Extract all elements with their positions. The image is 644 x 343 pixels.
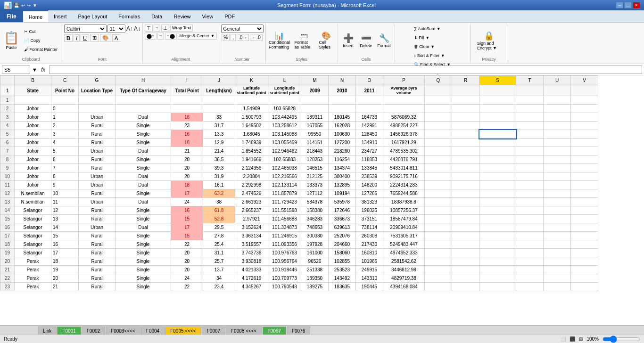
table-cell[interactable]: 61.8 — [203, 206, 235, 215]
table-cell[interactable] — [452, 105, 479, 113]
table-cell[interactable]: 1 — [51, 113, 79, 122]
table-cell[interactable]: 1456926.378 — [383, 130, 425, 139]
table-cell[interactable]: 748653 — [301, 223, 329, 232]
table-cell[interactable] — [425, 249, 452, 257]
copy-button[interactable]: 📄 Copy — [22, 36, 60, 45]
autosum-button[interactable]: ∑ AutoSum ▼ — [412, 24, 453, 33]
table-cell[interactable]: 172646 — [329, 206, 356, 215]
table-cell[interactable] — [425, 257, 452, 266]
bold-button[interactable]: B — [64, 34, 73, 42]
table-cell[interactable]: 101.093356 — [268, 240, 301, 249]
table-cell[interactable]: 217430 — [356, 240, 383, 249]
table-cell[interactable] — [479, 130, 516, 139]
table-cell[interactable]: 127112 — [301, 189, 329, 198]
tab-data[interactable]: Data — [146, 10, 168, 22]
col-header-C[interactable]: C — [51, 76, 79, 85]
sheet-tab-F0008[interactable]: F0008 <<<< — [226, 327, 262, 335]
table-cell[interactable] — [544, 249, 571, 257]
table-cell[interactable]: Urban — [79, 198, 116, 206]
table-cell[interactable]: 102.216566 — [268, 172, 301, 181]
table-cell[interactable] — [571, 147, 598, 155]
fill-button[interactable]: ⬇ Fill ▼ — [412, 33, 453, 42]
table-cell[interactable] — [452, 155, 479, 164]
table-cell[interactable]: Single — [116, 249, 171, 257]
table-cell[interactable]: Dual — [116, 147, 171, 155]
table-cell[interactable]: 20 — [171, 164, 203, 172]
sheet-tab-F0067[interactable]: F0067 — [263, 327, 286, 335]
sheet-tab-F0076[interactable]: F0076 — [287, 327, 310, 335]
table-cell[interactable] — [51, 96, 79, 105]
table-cell[interactable]: 133373 — [301, 181, 329, 189]
table-cell[interactable]: 101966 — [356, 257, 383, 266]
table-cell[interactable]: 3.152624 — [235, 223, 268, 232]
table-cell[interactable] — [425, 198, 452, 206]
view-layout-button[interactable]: ⬛ — [570, 336, 575, 342]
font-size-select[interactable]: 11 — [107, 24, 125, 33]
table-cell[interactable]: Single — [116, 215, 171, 223]
table-cell[interactable]: 23.4 — [203, 283, 235, 291]
table-cell[interactable] — [571, 257, 598, 266]
table-cell[interactable]: 116254 — [329, 155, 356, 164]
minimize-button[interactable]: ─ — [616, 2, 623, 8]
tab-home[interactable]: Home — [23, 10, 48, 22]
table-cell[interactable]: 101.857879 — [268, 189, 301, 198]
col-header-Q[interactable]: Q — [425, 76, 452, 85]
table-cell[interactable] — [516, 266, 544, 274]
col-header-G[interactable]: G — [79, 76, 116, 85]
table-cell[interactable] — [544, 181, 571, 189]
table-cell[interactable]: 190445 — [356, 283, 383, 291]
table-cell[interactable]: 5249483.447 — [383, 240, 425, 249]
table-cell[interactable]: 7659244.586 — [383, 189, 425, 198]
table-cell[interactable]: Single — [116, 130, 171, 139]
table-cell[interactable] — [479, 139, 516, 147]
table-cell[interactable] — [571, 113, 598, 122]
table-cell[interactable] — [425, 122, 452, 130]
table-cell[interactable] — [356, 105, 383, 113]
table-cell[interactable] — [479, 283, 516, 291]
table-cell[interactable]: Perak — [15, 274, 51, 283]
table-cell[interactable]: 189311 — [301, 113, 329, 122]
table-cell[interactable] — [516, 215, 544, 223]
table-cell[interactable]: 102.465038 — [268, 164, 301, 172]
window-controls[interactable]: ─ □ ✕ — [616, 2, 640, 8]
table-cell[interactable] — [516, 274, 544, 283]
table-cell[interactable] — [479, 266, 516, 274]
table-cell[interactable] — [452, 198, 479, 206]
wrap-text-button[interactable]: Wrap Text — [170, 24, 193, 32]
table-cell[interactable]: 102855 — [329, 257, 356, 266]
table-cell[interactable] — [571, 105, 598, 113]
table-cell[interactable]: 12.9 — [203, 139, 235, 147]
table-cell[interactable]: Johor — [15, 122, 51, 130]
col-header-M[interactable]: M — [301, 76, 329, 85]
table-cell[interactable] — [544, 130, 571, 139]
table-cell[interactable]: 158060 — [329, 249, 356, 257]
table-cell[interactable]: 52.8 — [203, 215, 235, 223]
table-cell[interactable]: 100630 — [329, 130, 356, 139]
table-cell[interactable]: Rural — [79, 155, 116, 164]
table-cell[interactable]: 101.729423 — [268, 198, 301, 206]
table-cell[interactable]: 2.97921 — [235, 215, 268, 223]
table-cell[interactable]: Dual — [116, 223, 171, 232]
table-cell[interactable]: 100.976763 — [268, 249, 301, 257]
table-cell[interactable]: 300380 — [301, 232, 329, 240]
table-cell[interactable]: Rural — [79, 266, 116, 274]
table-cell[interactable]: 34 — [203, 274, 235, 283]
table-cell[interactable] — [301, 105, 329, 113]
table-cell[interactable] — [544, 215, 571, 223]
table-cell[interactable]: 127200 — [329, 139, 356, 147]
view-page-break-button[interactable]: ⊞ — [579, 336, 583, 342]
table-cell[interactable]: 101.246915 — [268, 232, 301, 240]
sheet-tab-F0005[interactable]: F0005 <<<< — [165, 327, 201, 335]
delete-button[interactable]: ➖ Delete — [358, 27, 375, 54]
table-cell[interactable]: Perak — [15, 257, 51, 266]
table-cell[interactable]: 535978 — [329, 198, 356, 206]
table-cell[interactable]: 31.1 — [203, 249, 235, 257]
table-cell[interactable] — [571, 274, 598, 283]
table-cell[interactable]: Single — [116, 266, 171, 274]
table-cell[interactable]: 21.4 — [203, 147, 235, 155]
table-cell[interactable] — [571, 122, 598, 130]
table-cell[interactable]: Rural — [79, 240, 116, 249]
table-cell[interactable] — [479, 215, 516, 223]
row-num-23[interactable]: 23 — [0, 283, 15, 291]
table-cell[interactable] — [425, 147, 452, 155]
